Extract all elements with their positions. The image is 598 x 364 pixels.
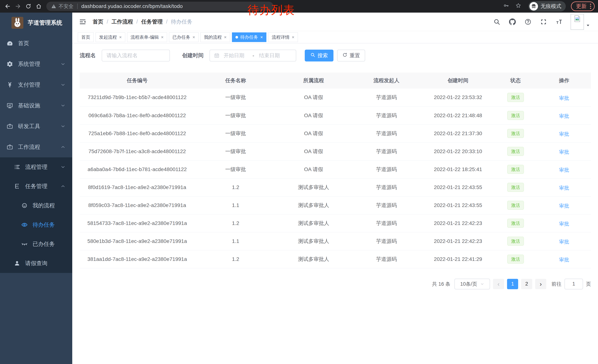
status-badge: 激活 xyxy=(507,219,524,228)
tab-close-icon[interactable]: × xyxy=(224,35,227,40)
back-icon[interactable] xyxy=(3,2,12,11)
tab-发起流程[interactable]: 发起流程 × xyxy=(96,32,125,42)
tabs-bar: 首页 发起流程 × 流程表单-编辑 × 已办任务 × 我的流程 × 待办任务 ×… xyxy=(72,31,598,43)
cell-task-name: 一级审批 xyxy=(195,106,277,124)
browser-menu-icon[interactable] xyxy=(590,4,591,9)
page-size-select[interactable]: 10条/页 xyxy=(454,279,490,289)
sidebar-item-payment[interactable]: 支付管理 xyxy=(0,74,72,95)
sidebar-item-todo-task[interactable]: 待办任务 xyxy=(0,215,72,235)
sidebar: 芋道管理系统 首页 系统管理 支付管理 基础设施 研发工具 工作流程 流程管理 … xyxy=(0,13,72,364)
date-range-picker[interactable]: 开始日期 - 结束日期 xyxy=(209,50,296,61)
cell-create-time: 2022-01-21 22:43:55 xyxy=(422,178,494,196)
status-badge: 激活 xyxy=(507,93,524,102)
sidebar-collapse-icon[interactable] xyxy=(77,16,88,27)
sidebar-item-system[interactable]: 系统管理 xyxy=(0,54,72,74)
refresh-icon[interactable] xyxy=(24,2,33,11)
cell-starter: 芋道源码 xyxy=(351,106,422,124)
breadcrumb-workflow[interactable]: 工作流程 xyxy=(112,18,133,25)
tab-首页[interactable]: 首页 xyxy=(78,32,94,42)
table-row: 58154733-7ac8-11ec-a9e2-a2380e71991a 1.2… xyxy=(80,214,591,232)
table-row: 8f0d1619-7ac8-11ec-a9e2-a2380e71991a 1.2… xyxy=(80,178,591,196)
avatar[interactable] xyxy=(571,14,584,30)
prev-page-button[interactable]: ‹ xyxy=(493,279,504,289)
process-name-label: 流程名 xyxy=(80,52,96,59)
end-date-placeholder: 结束日期 xyxy=(259,52,287,59)
sidebar-item-my-process[interactable]: 我的流程 xyxy=(0,196,72,215)
tab-待办任务[interactable]: 待办任务 × xyxy=(232,32,266,42)
approve-link[interactable]: 审批 xyxy=(559,95,569,101)
sidebar-item-infra[interactable]: 基础设施 xyxy=(0,95,72,116)
approve-link[interactable]: 审批 xyxy=(559,202,569,209)
cell-process: 测试多审批人 xyxy=(277,178,351,196)
cell-task-id: 75d72608-7b7f-11ec-a3c8-acde48001122 xyxy=(80,142,195,160)
forward-icon[interactable] xyxy=(14,2,22,11)
approve-link[interactable]: 审批 xyxy=(559,131,569,138)
sidebar-item-leave-query[interactable]: 请假查询 xyxy=(0,254,72,273)
avatar-caret-icon[interactable] xyxy=(586,23,590,28)
approve-link[interactable]: 审批 xyxy=(559,185,569,191)
approve-link[interactable]: 审批 xyxy=(559,167,569,173)
approve-link[interactable]: 审批 xyxy=(559,238,569,245)
tab-已办任务[interactable]: 已办任务 × xyxy=(169,32,199,42)
page-jump-input[interactable] xyxy=(565,279,583,289)
fullscreen-icon[interactable] xyxy=(540,18,548,26)
breadcrumb-home[interactable]: 首页 xyxy=(93,18,103,25)
update-button[interactable]: 更新 xyxy=(571,1,595,11)
status-badge: 激活 xyxy=(507,165,524,174)
breadcrumb-task-manage[interactable]: 任务管理 xyxy=(141,18,163,25)
sidebar-item-done-task[interactable]: 已办任务 xyxy=(0,235,72,254)
cell-create-time: 2022-01-21 22:41:29 xyxy=(422,250,494,268)
sidebar-item-task-manage[interactable]: 任务管理 xyxy=(0,177,72,196)
active-tab-dot xyxy=(235,36,238,39)
cell-task-name: 一级审批 xyxy=(195,89,277,106)
pagination-total: 共 16 条 xyxy=(432,281,450,287)
reset-button[interactable]: 重置 xyxy=(337,50,365,61)
cell-process: OA 请假 xyxy=(277,89,351,106)
chevron-down-icon xyxy=(480,282,484,286)
approve-link[interactable]: 审批 xyxy=(559,113,569,119)
next-page-button[interactable]: › xyxy=(535,279,546,289)
home-icon[interactable] xyxy=(34,2,43,11)
sidebar-item-process-manage[interactable]: 流程管理 xyxy=(0,157,72,177)
approve-link[interactable]: 审批 xyxy=(559,256,569,263)
tree-icon xyxy=(13,183,21,190)
github-icon[interactable] xyxy=(508,18,516,26)
tab-我的流程[interactable]: 我的流程 × xyxy=(200,32,230,42)
search-button[interactable]: 搜索 xyxy=(305,50,333,61)
approve-link[interactable]: 审批 xyxy=(559,220,569,227)
screen: 不安全 dashboard.yudao.iocoder.cn/bpm/task/… xyxy=(0,0,598,364)
tab-close-icon[interactable]: × xyxy=(192,35,195,40)
bookmark-star-icon[interactable] xyxy=(515,3,523,10)
tab-close-icon[interactable]: × xyxy=(119,35,122,40)
cell-starter: 芋道源码 xyxy=(351,214,422,232)
cell-task-name: 1.1 xyxy=(195,196,277,214)
tab-close-icon[interactable]: × xyxy=(260,35,263,40)
chevron-up-icon xyxy=(60,184,66,189)
page-numbers: 12 xyxy=(504,279,532,289)
url-bar[interactable]: 不安全 dashboard.yudao.iocoder.cn/bpm/task/… xyxy=(46,2,274,11)
font-size-icon[interactable] xyxy=(555,18,563,26)
tab-close-icon[interactable]: × xyxy=(161,35,164,40)
approve-link[interactable]: 审批 xyxy=(559,149,569,155)
cell-starter: 芋道源码 xyxy=(351,196,422,214)
sidebar-item-home[interactable]: 首页 xyxy=(0,33,72,54)
tab-流程详情[interactable]: 流程详情 × xyxy=(268,32,298,42)
cell-process: OA 请假 xyxy=(277,160,351,178)
sidebar-item-devtools[interactable]: 研发工具 xyxy=(0,116,72,137)
tab-close-icon[interactable]: × xyxy=(292,35,294,40)
eye-closed-icon xyxy=(21,240,28,248)
help-icon[interactable] xyxy=(524,18,532,26)
sidebar-item-workflow[interactable]: 工作流程 xyxy=(0,137,72,157)
table-row: 069c6a63-7b8a-11ec-8ef0-acde48001122 一级审… xyxy=(80,106,591,124)
tab-流程表单-编辑[interactable]: 流程表单-编辑 × xyxy=(127,32,167,42)
page-button-1[interactable]: 1 xyxy=(507,279,518,289)
search-icon[interactable] xyxy=(493,18,501,26)
process-name-input[interactable] xyxy=(107,53,165,58)
incognito-icon xyxy=(530,2,538,11)
page-button-2[interactable]: 2 xyxy=(521,279,532,289)
chevron-down-icon xyxy=(60,124,66,129)
cell-create-time: 2022-01-22 21:37:30 xyxy=(422,124,494,142)
app-logo-row[interactable]: 芋道管理系统 xyxy=(0,13,72,33)
password-key-icon[interactable] xyxy=(503,3,511,10)
cell-process: OA 请假 xyxy=(277,124,351,142)
